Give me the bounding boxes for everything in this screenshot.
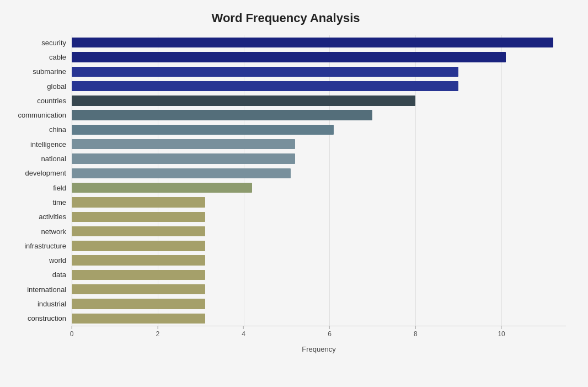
bar-label: national <box>6 155 72 163</box>
bar-label: china <box>6 125 72 134</box>
bar-track <box>72 52 566 62</box>
x-tick: 6 <box>328 326 332 338</box>
x-tick-label: 6 <box>328 330 332 338</box>
x-tick-label: 2 <box>156 330 159 338</box>
bar-fill <box>72 212 205 222</box>
x-axis-label: Frequency <box>72 345 566 353</box>
chart-container: Word Frequency Analysis securitycablesub… <box>0 0 588 387</box>
bar-fill <box>72 197 205 207</box>
bar-label: world <box>6 256 72 264</box>
bar-label: activities <box>6 213 72 221</box>
bar-track <box>72 125 566 135</box>
bar-track <box>72 197 566 207</box>
bar-row: communication <box>6 108 566 122</box>
bar-track <box>72 67 566 77</box>
bar-row: cable <box>6 50 566 64</box>
bar-track <box>72 212 566 222</box>
bar-fill <box>72 153 295 163</box>
bar-row: construction <box>6 311 566 326</box>
x-axis: 0246810 Frequency <box>72 326 566 351</box>
x-tick-label: 4 <box>242 330 245 338</box>
x-tick: 4 <box>242 326 245 338</box>
bar-label: countries <box>6 97 72 105</box>
bar-row: time <box>6 195 566 209</box>
bar-row: activities <box>6 210 566 224</box>
bar-track <box>72 255 566 265</box>
bar-label: development <box>6 169 72 177</box>
bar-fill <box>72 284 205 294</box>
bar-row: data <box>6 268 566 282</box>
bar-label: cable <box>6 53 72 61</box>
bar-track <box>72 168 566 178</box>
bar-track <box>72 270 566 280</box>
bar-row: security <box>6 35 566 50</box>
bar-label: field <box>6 184 72 192</box>
bar-label: submarine <box>6 67 72 76</box>
bar-fill <box>72 125 334 135</box>
bar-fill <box>72 241 205 251</box>
x-tick: 8 <box>414 326 418 338</box>
bar-fill <box>72 96 415 105</box>
bar-row: industrial <box>6 296 566 311</box>
bar-fill <box>72 255 205 265</box>
bar-fill <box>72 38 553 47</box>
bar-fill <box>72 299 205 309</box>
x-tick: 10 <box>498 326 505 338</box>
bar-fill <box>72 81 458 91</box>
bar-label: data <box>6 271 72 279</box>
bar-track <box>72 81 566 91</box>
bar-label: network <box>6 227 72 236</box>
bar-track <box>72 96 566 105</box>
bar-row: intelligence <box>6 137 566 151</box>
chart-title: Word Frequency Analysis <box>6 11 566 25</box>
x-tick: 0 <box>70 326 74 338</box>
bar-label: industrial <box>6 300 72 308</box>
bar-label: global <box>6 82 72 91</box>
bar-track <box>72 284 566 294</box>
bar-label: communication <box>6 111 72 119</box>
bar-track <box>72 139 566 149</box>
bar-row: china <box>6 123 566 137</box>
bar-fill <box>72 168 291 178</box>
bar-fill <box>72 67 458 77</box>
bar-row: international <box>6 282 566 296</box>
bar-row: field <box>6 181 566 195</box>
bar-row: infrastructure <box>6 238 566 253</box>
x-tick-label: 10 <box>498 330 505 338</box>
bar-label: time <box>6 198 72 206</box>
bar-fill <box>72 226 205 236</box>
bar-label: construction <box>6 314 72 322</box>
bar-fill <box>72 183 252 193</box>
bar-track <box>72 183 566 193</box>
bar-track <box>72 110 566 120</box>
x-tick: 2 <box>156 326 159 338</box>
bar-track <box>72 241 566 251</box>
x-tick-label: 8 <box>414 330 418 338</box>
bar-row: world <box>6 253 566 267</box>
bar-fill <box>72 110 372 120</box>
bar-row: development <box>6 166 566 181</box>
bar-fill <box>72 52 506 62</box>
x-tick-label: 0 <box>70 330 74 338</box>
bar-label: infrastructure <box>6 242 72 250</box>
bar-row: global <box>6 79 566 93</box>
bar-label: security <box>6 39 72 47</box>
bar-track <box>72 299 566 309</box>
bar-row: countries <box>6 93 566 108</box>
bar-fill <box>72 139 295 149</box>
bar-label: intelligence <box>6 140 72 149</box>
bar-track <box>72 153 566 163</box>
bar-fill <box>72 270 205 280</box>
bar-track <box>72 38 566 47</box>
bar-row: submarine <box>6 65 566 79</box>
bar-track <box>72 314 566 324</box>
bar-track <box>72 226 566 236</box>
bar-row: national <box>6 151 566 166</box>
bar-label: international <box>6 285 72 294</box>
bar-row: network <box>6 224 566 238</box>
bar-fill <box>72 314 205 324</box>
